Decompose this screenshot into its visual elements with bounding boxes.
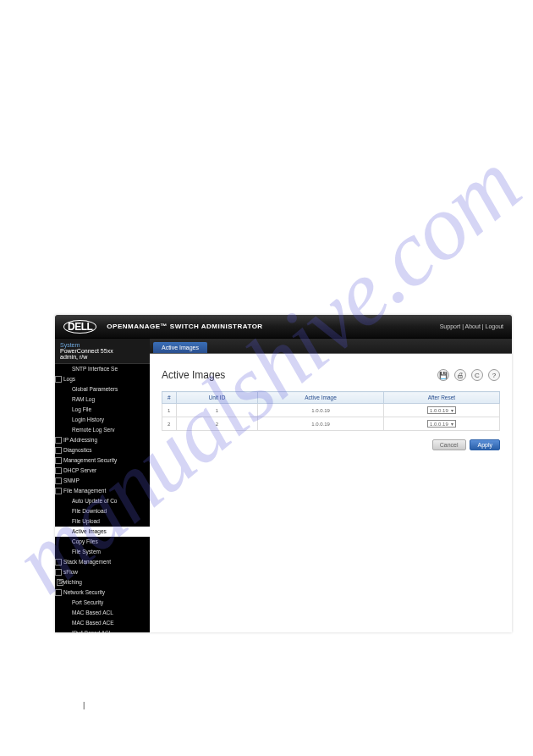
col-num: # — [162, 392, 177, 404]
col-after-reset: After Reset — [383, 392, 499, 404]
col-active-image: Active Image — [258, 392, 384, 404]
apply-button[interactable]: Apply — [470, 439, 500, 450]
refresh-icon[interactable]: C — [471, 369, 483, 381]
cancel-button[interactable]: Cancel — [432, 439, 466, 450]
sidebar-item[interactable]: Switching — [55, 577, 150, 588]
sidebar-item[interactable]: DHCP Server — [55, 466, 150, 476]
sidebar-item[interactable]: Login History — [55, 415, 150, 425]
tab-bar: Active Images — [150, 339, 512, 354]
support-link[interactable]: Support — [440, 323, 461, 329]
sidebar-header: System PowerConnect 55xx admin, r/w — [55, 339, 150, 364]
sidebar-item[interactable]: Global Parameters — [55, 384, 150, 395]
sidebar-item[interactable]: SNMP — [55, 476, 150, 486]
sidebar-item[interactable]: sFlow — [55, 567, 150, 577]
header-bar: DELL OPENMANAGE™ SWITCH ADMINISTRATOR Su… — [55, 315, 512, 339]
print-icon[interactable]: 🖨 — [454, 369, 466, 381]
sidebar-item[interactable]: IPv4 Based ACL — [55, 628, 150, 632]
app-window: DELL OPENMANAGE™ SWITCH ADMINISTRATOR Su… — [55, 315, 512, 632]
sidebar-item[interactable]: File System — [55, 547, 150, 557]
sidebar-item[interactable]: SNTP Interface Se — [55, 364, 150, 374]
after-reset-select[interactable]: 1.0.0.19 — [427, 420, 456, 428]
sidebar-item[interactable]: MAC Based ACL — [55, 608, 150, 618]
cell-num: 1 — [162, 404, 177, 417]
sidebar-item[interactable]: Logs — [55, 374, 150, 384]
sidebar-item[interactable]: Stack Management — [55, 557, 150, 567]
sidebar-item[interactable]: File Management — [55, 486, 150, 496]
system-label: System — [60, 342, 145, 348]
sidebar-item[interactable]: IP Addressing — [55, 435, 150, 445]
sidebar-item[interactable]: Network Security — [55, 588, 150, 598]
about-link[interactable]: About — [465, 323, 481, 329]
sidebar-item[interactable]: File Upload — [55, 516, 150, 527]
sidebar-item[interactable]: RAM Log — [55, 395, 150, 405]
app-title: OPENMANAGE™ SWITCH ADMINISTRATOR — [107, 323, 262, 330]
cell-active-image: 1.0.0.19 — [258, 417, 384, 431]
sidebar-item[interactable]: Auto Update of Co — [55, 496, 150, 506]
cell-after-reset: 1.0.0.19 — [383, 404, 499, 417]
active-images-table: # Unit ID Active Image After Reset 111.0… — [162, 391, 500, 431]
header-links: Support | About | Logout — [440, 323, 503, 329]
cell-unit-id: 1 — [176, 404, 258, 417]
sidebar-item[interactable]: Copy Files — [55, 537, 150, 547]
cell-unit-id: 2 — [176, 417, 258, 431]
user-label: admin, r/w — [60, 354, 145, 360]
cell-active-image: 1.0.0.19 — [258, 404, 384, 417]
tab-active-images[interactable]: Active Images — [153, 342, 207, 353]
sidebar: System PowerConnect 55xx admin, r/w SNTP… — [55, 339, 150, 632]
table-row: 111.0.0.191.0.0.19 — [162, 404, 500, 417]
model-label: PowerConnect 55xx — [60, 348, 145, 354]
after-reset-select[interactable]: 1.0.0.19 — [427, 406, 456, 414]
sidebar-item[interactable]: Management Security — [55, 455, 150, 466]
sidebar-item[interactable]: Port Security — [55, 598, 150, 608]
table-row: 221.0.0.191.0.0.19 — [162, 417, 500, 431]
cell-num: 2 — [162, 417, 177, 431]
sidebar-item[interactable]: MAC Based ACE — [55, 618, 150, 628]
col-unit-id: Unit ID — [176, 392, 258, 404]
main-pane: Active Images Active Images 💾 🖨 C ? # — [150, 339, 512, 632]
sidebar-item[interactable]: Diagnostics — [55, 445, 150, 455]
sidebar-item[interactable]: Remote Log Serv — [55, 425, 150, 435]
sidebar-item[interactable]: File Download — [55, 506, 150, 516]
sidebar-item[interactable]: Active Images — [55, 527, 150, 537]
cell-after-reset: 1.0.0.19 — [383, 417, 499, 431]
sidebar-item[interactable]: Log File — [55, 405, 150, 415]
sidebar-nav: SNTP Interface SeLogsGlobal ParametersRA… — [55, 364, 150, 632]
logout-link[interactable]: Logout — [486, 323, 503, 329]
page-title: Active Images — [162, 369, 225, 381]
footer-mark — [83, 701, 85, 709]
dell-logo: DELL — [63, 320, 96, 334]
save-icon[interactable]: 💾 — [437, 369, 449, 381]
help-icon[interactable]: ? — [488, 369, 500, 381]
